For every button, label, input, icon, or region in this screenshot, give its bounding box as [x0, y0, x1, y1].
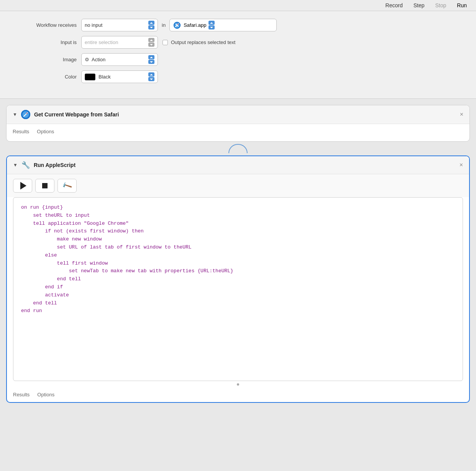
input-is-stepper-down-arrow: [150, 44, 153, 46]
stop-icon: [42, 183, 48, 188]
input-is-stepper-up[interactable]: [148, 38, 154, 42]
image-stepper[interactable]: [148, 55, 154, 64]
color-value: Black: [98, 74, 146, 80]
code-line-10: end tell: [21, 275, 455, 283]
image-stepper-up[interactable]: [148, 55, 154, 59]
image-value: Action: [92, 57, 146, 62]
step-button[interactable]: Step: [414, 2, 425, 8]
code-line-3: tell application "Google Chrome": [21, 220, 455, 228]
applescript-close-button[interactable]: ×: [460, 162, 463, 168]
safari-options-tab[interactable]: Options: [37, 127, 54, 137]
safari-action-icon: [21, 110, 30, 119]
code-line-2: set theURL to input: [21, 212, 455, 220]
image-label: Image: [15, 57, 77, 62]
connector: [0, 142, 476, 155]
safari-action-title: Get Current Webpage from Safari: [34, 111, 460, 118]
color-select[interactable]: Black: [81, 70, 158, 83]
image-select[interactable]: ⚙ Action: [81, 53, 158, 66]
color-swatch: [85, 74, 95, 80]
applescript-collapse-arrow[interactable]: ▼: [13, 162, 18, 168]
code-line-11: end if: [21, 283, 455, 291]
input-is-value: entire selection: [85, 39, 146, 45]
color-stepper-down-arrow: [150, 78, 153, 80]
safari-action-card: ▼ Get Current Webpage from Safari × Resu…: [6, 105, 470, 142]
record-button[interactable]: Record: [386, 2, 403, 8]
image-stepper-down-arrow: [150, 61, 153, 63]
input-stepper[interactable]: [148, 21, 154, 29]
image-stepper-up-arrow: [150, 57, 153, 58]
safari-results-tab[interactable]: Results: [13, 127, 29, 137]
stepper-up[interactable]: [148, 21, 154, 25]
image-row: Image ⚙ Action: [15, 53, 461, 66]
input-value: no input: [85, 22, 146, 28]
input-is-stepper[interactable]: [148, 38, 154, 47]
code-line-14: end run: [21, 307, 455, 315]
safari-action-header: ▼ Get Current Webpage from Safari ×: [7, 105, 469, 124]
input-is-label: Input is: [15, 39, 77, 45]
image-stepper-down[interactable]: [148, 60, 154, 64]
color-stepper-down[interactable]: [148, 77, 154, 81]
in-label: in: [162, 22, 166, 28]
app-stepper-down-arrow: [210, 27, 213, 28]
scroll-dot: [237, 383, 239, 386]
code-line-13: end tell: [21, 299, 455, 307]
gear-icon: ⚙: [85, 57, 89, 62]
code-line-8: tell first window: [21, 260, 455, 268]
app-stepper-down[interactable]: [208, 25, 215, 29]
toolbar: Record Step Stop Run: [0, 0, 476, 11]
input-is-stepper-up-arrow: [150, 39, 153, 41]
safari-card-footer-space: [7, 137, 469, 141]
input-select[interactable]: no input: [81, 19, 158, 31]
code-line-4: if not (exists first window) then: [21, 227, 455, 236]
input-is-row: Input is entire selection Output replace…: [15, 36, 461, 49]
color-label: Color: [15, 74, 77, 80]
applescript-icon: 🔧: [21, 161, 30, 169]
scroll-indicator: [7, 381, 469, 388]
output-replaces-label: Output replaces selected text: [171, 39, 235, 45]
stop-button[interactable]: Stop: [435, 2, 446, 8]
app-stepper-up-arrow: [210, 22, 213, 24]
input-is-stepper-down[interactable]: [148, 43, 154, 47]
applescript-bottom-tabs: Results Options: [7, 388, 469, 402]
app-stepper-up[interactable]: [208, 21, 215, 25]
safari-app-icon: [174, 22, 181, 29]
input-is-select[interactable]: entire selection: [81, 36, 158, 49]
color-stepper[interactable]: [148, 72, 154, 81]
code-editor[interactable]: on run {input} set theURL to input tell …: [13, 197, 463, 381]
connector-arc: [228, 144, 248, 153]
applescript-action-card: ▼ 🔧 Run AppleScript × 🔨 on run {input} s…: [6, 155, 470, 403]
hammer-icon: 🔨: [61, 180, 73, 191]
code-line-7: else: [21, 252, 455, 260]
code-line-6: set URL of last tab of first window to t…: [21, 244, 455, 252]
applescript-title: Run AppleScript: [34, 162, 460, 168]
stepper-down-arrow: [150, 27, 153, 28]
safari-close-button[interactable]: ×: [460, 111, 463, 118]
code-line-9: set newTab to make new tab with properti…: [21, 267, 455, 275]
compile-button[interactable]: 🔨: [57, 179, 77, 193]
app-stepper[interactable]: [208, 21, 215, 29]
applescript-options-tab[interactable]: Options: [37, 392, 54, 397]
play-button[interactable]: [13, 179, 32, 193]
workflow-receives-label: Workflow receives: [15, 22, 77, 28]
run-button[interactable]: Run: [457, 2, 467, 8]
workflow-settings: Workflow receives no input in: [0, 11, 476, 99]
play-icon: [20, 182, 26, 190]
color-stepper-up[interactable]: [148, 72, 154, 77]
svg-point-1: [174, 23, 180, 28]
app-value: Safari.app: [184, 22, 206, 28]
output-replaces-checkbox[interactable]: [162, 40, 168, 45]
safari-collapse-arrow[interactable]: ▼: [13, 112, 17, 117]
color-row: Color Black: [15, 70, 461, 83]
stop-button[interactable]: [35, 179, 54, 193]
code-line-5: make new window: [21, 236, 455, 244]
app-select[interactable]: Safari.app: [169, 19, 277, 31]
safari-action-tabs: Results Options: [7, 124, 469, 137]
applescript-results-tab[interactable]: Results: [13, 392, 30, 397]
workflow-receives-row: Workflow receives no input in: [15, 19, 461, 31]
stepper-down[interactable]: [148, 25, 154, 29]
output-replaces-row: Output replaces selected text: [162, 39, 235, 45]
applescript-header: ▼ 🔧 Run AppleScript ×: [7, 156, 469, 174]
code-line-12: activate: [21, 291, 455, 299]
script-toolbar: 🔨: [7, 174, 469, 197]
color-stepper-up-arrow: [150, 74, 153, 75]
